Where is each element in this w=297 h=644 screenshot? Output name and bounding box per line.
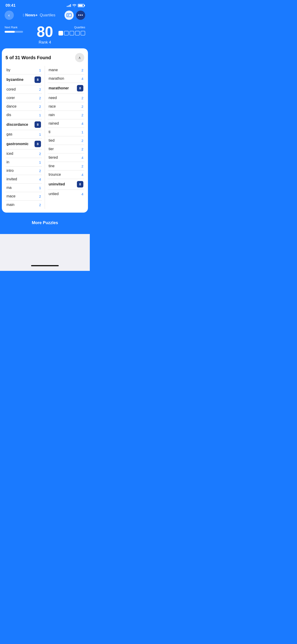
word-score: 8 [34, 122, 41, 128]
word-score: 2 [82, 139, 83, 142]
status-bar: 09:41 [0, 0, 90, 10]
word-text: dis [6, 113, 11, 117]
word-score: 1 [39, 132, 41, 136]
list-item: tied2 [48, 136, 84, 145]
word-text: iced [6, 152, 13, 156]
word-text: discordance [6, 122, 28, 127]
bottom-area [0, 234, 90, 271]
progress-bar [4, 31, 23, 33]
word-score: 2 [82, 164, 83, 168]
list-item: gas1 [6, 130, 42, 139]
word-score: 2 [82, 147, 83, 151]
list-item: need2 [48, 94, 84, 102]
word-score: 4 [82, 77, 83, 80]
word-score: 2 [82, 68, 83, 72]
word-text: tine [48, 164, 54, 168]
quartile-5 [80, 31, 85, 36]
word-score: 2 [39, 203, 41, 207]
list-item: marathoner8 [48, 83, 84, 94]
list-item: intro2 [6, 166, 42, 175]
nav-title:  News+ Quartiles [23, 13, 56, 18]
list-item: rain2 [48, 111, 84, 119]
word-text: ti [48, 130, 50, 134]
more-button[interactable]: ••• [76, 10, 85, 20]
word-score: 1 [82, 130, 83, 134]
word-text: in [6, 160, 9, 164]
word-text: tied [48, 138, 54, 142]
word-score: 8 [34, 141, 41, 147]
list-item: tier2 [48, 145, 84, 154]
word-score: 2 [82, 113, 83, 117]
list-item: rained4 [48, 119, 84, 128]
word-text: tiered [48, 156, 58, 160]
list-item: ma1 [6, 184, 42, 192]
battery-icon [78, 4, 84, 7]
word-text: invited [6, 177, 17, 181]
nav-actions: ••• [64, 10, 85, 20]
list-item: gastronomic8 [6, 139, 42, 150]
word-text: by [6, 68, 10, 72]
word-text: mace [6, 194, 16, 198]
next-rank-label: Next Rank [4, 26, 18, 29]
word-text: marathoner [48, 86, 69, 90]
help-button[interactable] [64, 10, 74, 20]
panel-header: 5 of 31 Words Found ∧ [6, 53, 84, 62]
word-score: 2 [39, 96, 41, 100]
svg-rect-0 [67, 14, 71, 17]
word-text: need [48, 96, 57, 100]
app-name: News+ [25, 13, 38, 18]
word-text: main [6, 203, 14, 207]
more-puzzles-button[interactable]: More Puzzles [2, 216, 88, 230]
word-score: 2 [39, 104, 41, 108]
list-item: iced2 [6, 150, 42, 158]
word-score: 8 [34, 76, 41, 83]
list-item: tiered4 [48, 154, 84, 162]
word-score: 1 [39, 160, 41, 164]
word-score: 4 [39, 177, 41, 181]
back-button[interactable]: ‹ [4, 10, 14, 20]
word-text: rain [48, 113, 55, 117]
list-item: uninvited8 [48, 179, 84, 190]
word-text: marathon [48, 76, 64, 80]
quartile-2 [64, 31, 68, 36]
list-item: discordance8 [6, 119, 42, 130]
quartile-4 [75, 31, 80, 36]
apple-logo-icon:  [23, 13, 24, 17]
word-text: corer [6, 96, 15, 100]
word-text: ma [6, 186, 12, 190]
word-score: 4 [82, 173, 83, 177]
word-text: gas [6, 132, 12, 136]
quartiles-squares [58, 31, 85, 36]
svg-rect-1 [68, 14, 70, 15]
word-score: 2 [82, 104, 83, 108]
list-item: corer2 [6, 94, 42, 102]
game-title: Quartiles [39, 13, 56, 18]
words-panel: 5 of 31 Words Found ∧ by1byzantine8cored… [2, 48, 88, 212]
word-score: 8 [77, 181, 83, 188]
quartiles-right-label: Quartiles [74, 26, 85, 29]
list-item: in1 [6, 158, 42, 166]
word-score: 2 [39, 169, 41, 173]
word-score: 2 [39, 194, 41, 198]
word-text: gastronomic [6, 142, 28, 146]
collapse-button[interactable]: ∧ [75, 53, 84, 62]
word-score: 1 [39, 68, 41, 72]
word-text: race [48, 104, 56, 108]
list-item: byzantine8 [6, 74, 42, 85]
word-text: rained [48, 122, 59, 126]
word-text: cored [6, 87, 16, 92]
word-text: untied [48, 192, 59, 196]
list-item: dis1 [6, 111, 42, 119]
word-text: intro [6, 168, 14, 173]
list-item: mane2 [48, 66, 84, 74]
right-word-column: mane2marathon4marathoner8need2race2rain2… [45, 66, 84, 209]
word-text: trounce [48, 172, 61, 177]
word-score: 4 [82, 156, 83, 160]
list-item: ti1 [48, 128, 84, 136]
rank-label: Rank 4 [4, 40, 85, 45]
back-chevron-icon: ‹ [8, 13, 10, 18]
list-item: mace2 [6, 192, 42, 200]
word-text: byzantine [6, 78, 24, 82]
left-word-column: by1byzantine8cored2corer2dance2dis1disco… [6, 66, 45, 209]
word-score: 4 [82, 122, 83, 126]
